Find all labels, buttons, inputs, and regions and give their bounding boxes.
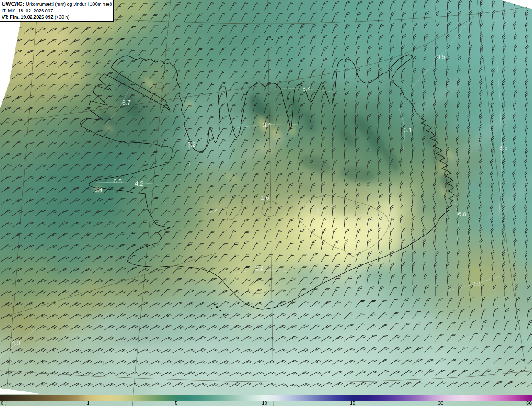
svg-text:3.1: 3.1 bbox=[404, 127, 412, 133]
svg-text:3.8: 3.8 bbox=[472, 281, 480, 287]
svg-text:6.5: 6.5 bbox=[113, 178, 122, 185]
svg-text:8.5: 8.5 bbox=[499, 144, 507, 151]
svg-text:3.7: 3.7 bbox=[122, 99, 131, 106]
svg-text:7.2: 7.2 bbox=[187, 141, 196, 148]
svg-text:8.4: 8.4 bbox=[303, 86, 311, 92]
svg-text:4.0: 4.0 bbox=[12, 340, 20, 346]
svg-text:1.2: 1.2 bbox=[311, 208, 320, 215]
svg-text:6.5: 6.5 bbox=[437, 54, 445, 60]
svg-text:3.4: 3.4 bbox=[263, 122, 271, 128]
